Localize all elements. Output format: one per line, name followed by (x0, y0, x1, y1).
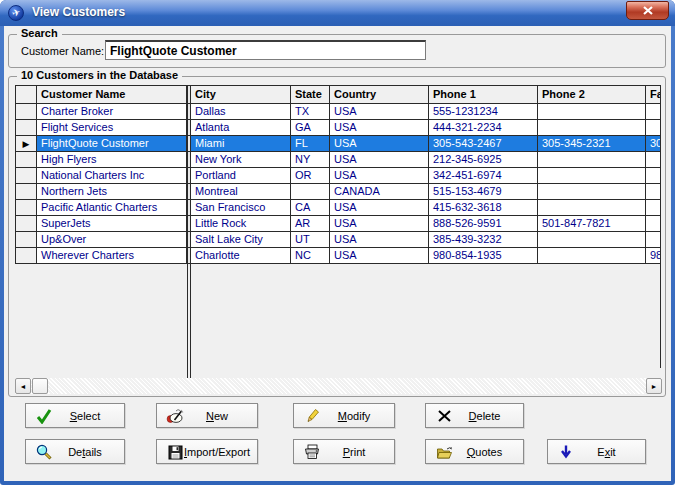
cell-state: CA (291, 200, 330, 216)
table-row[interactable]: FlightQuote Customer Miami FL USA 305-54… (15, 136, 662, 152)
cell-country: USA (330, 152, 429, 168)
search-groupbox: Search Customer Name: (8, 34, 666, 68)
cell-city: Montreal (191, 184, 291, 200)
customer-name-input[interactable] (105, 40, 426, 60)
table-row[interactable]: National Charters Inc Portland OR USA 34… (15, 168, 662, 184)
cell-fax (646, 216, 661, 232)
table-row[interactable]: Charter Broker Dallas TX USA 555-1231234 (15, 104, 662, 120)
select-button[interactable]: Select (25, 403, 125, 428)
cell-phone1: 888-526-9591 (429, 216, 538, 232)
magnifier-icon (35, 444, 53, 460)
quotes-button-label: Quotes (467, 446, 502, 458)
table-row[interactable]: Wherever Charters Charlotte NC USA 980-8… (15, 248, 662, 264)
cell-phone1: 415-632-3618 (429, 200, 538, 216)
titlebar[interactable]: ✈ View Customers (0, 0, 675, 26)
grid-right-border (660, 264, 661, 368)
cell-country: USA (330, 248, 429, 264)
table-row[interactable]: Flight Services Atlanta GA USA 444-321-2… (15, 120, 662, 136)
check-icon (35, 408, 53, 424)
customers-grid: Customer Name City State Country Phone 1… (15, 85, 662, 378)
cell-customer-name: Charter Broker (37, 104, 187, 120)
new-button[interactable]: New (156, 403, 258, 428)
cell-city: New York (191, 152, 291, 168)
cell-customer-name: Northern Jets (37, 184, 187, 200)
print-button[interactable]: Print (293, 439, 395, 464)
import-export-button-label: Import/Export (184, 446, 250, 458)
cell-state: FL (291, 136, 330, 152)
pencil-icon (303, 408, 321, 424)
row-selector-cell (15, 136, 37, 152)
table-row[interactable]: Northern Jets Montreal CANADA 515-153-46… (15, 184, 662, 200)
cell-customer-name: FlightQuote Customer (37, 136, 187, 152)
cell-phone1: 555-1231234 (429, 104, 538, 120)
row-selector-cell (15, 152, 37, 168)
cell-city: Dallas (191, 104, 291, 120)
cell-customer-name: Pacific Atlantic Charters (37, 200, 187, 216)
close-button[interactable] (626, 1, 669, 20)
cell-country: USA (330, 104, 429, 120)
cell-fax (646, 104, 661, 120)
cell-state: NY (291, 152, 330, 168)
cell-phone2 (538, 104, 646, 120)
cell-customer-name: High Flyers (37, 152, 187, 168)
row-selector-cell (15, 200, 37, 216)
cell-phone2 (538, 248, 646, 264)
x-icon (435, 408, 453, 424)
scroll-left-button[interactable]: ◄ (15, 378, 31, 394)
cell-phone1: 342-451-6974 (429, 168, 538, 184)
arrow-down-icon (557, 444, 575, 460)
cell-phone2: 501-847-7821 (538, 216, 646, 232)
exit-button[interactable]: Exit (547, 439, 646, 464)
cell-phone1: 515-153-4679 (429, 184, 538, 200)
row-selector-cell (15, 232, 37, 248)
quotes-button[interactable]: Quotes (425, 439, 524, 464)
table-row[interactable]: High Flyers New York NY USA 212-345-6925 (15, 152, 662, 168)
cell-customer-name: Wherever Charters (37, 248, 187, 264)
cell-phone2 (538, 184, 646, 200)
cell-country: USA (330, 232, 429, 248)
cell-city: Little Rock (191, 216, 291, 232)
floppy-icon (166, 444, 184, 460)
cell-customer-name: SuperJets (37, 216, 187, 232)
cell-fax (646, 232, 661, 248)
grid-body: Charter Broker Dallas TX USA 555-1231234… (15, 104, 662, 264)
delete-button-label: Delete (469, 410, 501, 422)
cell-country: USA (330, 200, 429, 216)
cell-city: Portland (191, 168, 291, 184)
col-header-city: City (191, 85, 291, 104)
scrollbar-thumb[interactable] (32, 378, 48, 394)
cell-fax (646, 120, 661, 136)
cell-phone2: 305-345-2321 (538, 136, 646, 152)
modify-button[interactable]: Modify (293, 403, 395, 428)
cell-fax (646, 184, 661, 200)
cell-city: Charlotte (191, 248, 291, 264)
import-export-button[interactable]: Import/Export (156, 439, 258, 464)
exit-button-label: Exit (597, 446, 615, 458)
col-header-phone2: Phone 2 (538, 85, 646, 104)
details-button[interactable]: Details (25, 439, 125, 464)
cell-customer-name: Up&Over (37, 232, 187, 248)
customers-groupbox: 10 Customers in the Database Customer Na… (8, 76, 666, 397)
cell-state: GA (291, 120, 330, 136)
print-button-label: Print (343, 446, 366, 458)
grid-empty-area (15, 264, 662, 378)
cell-city: San Francisco (191, 200, 291, 216)
row-selector-cell (15, 168, 37, 184)
horizontal-scrollbar[interactable]: ◄ ► (15, 378, 662, 394)
cell-city: Salt Lake City (191, 232, 291, 248)
table-row[interactable]: Pacific Atlantic Charters San Francisco … (15, 200, 662, 216)
cell-country: CANADA (330, 184, 429, 200)
row-selector-cell (15, 184, 37, 200)
table-row[interactable]: SuperJets Little Rock AR USA 888-526-959… (15, 216, 662, 232)
col-header-state: State (291, 85, 330, 104)
cell-state: NC (291, 248, 330, 264)
scroll-right-button[interactable]: ► (646, 378, 662, 394)
search-groupbox-label: Search (17, 27, 62, 39)
cell-country: USA (330, 168, 429, 184)
table-row[interactable]: Up&Over Salt Lake City UT USA 385-439-32… (15, 232, 662, 248)
col-header-fax: Fax (646, 85, 661, 104)
cell-phone2 (538, 168, 646, 184)
cell-fax: 980 (646, 248, 661, 264)
delete-button[interactable]: Delete (425, 403, 524, 428)
row-selector-cell (15, 248, 37, 264)
